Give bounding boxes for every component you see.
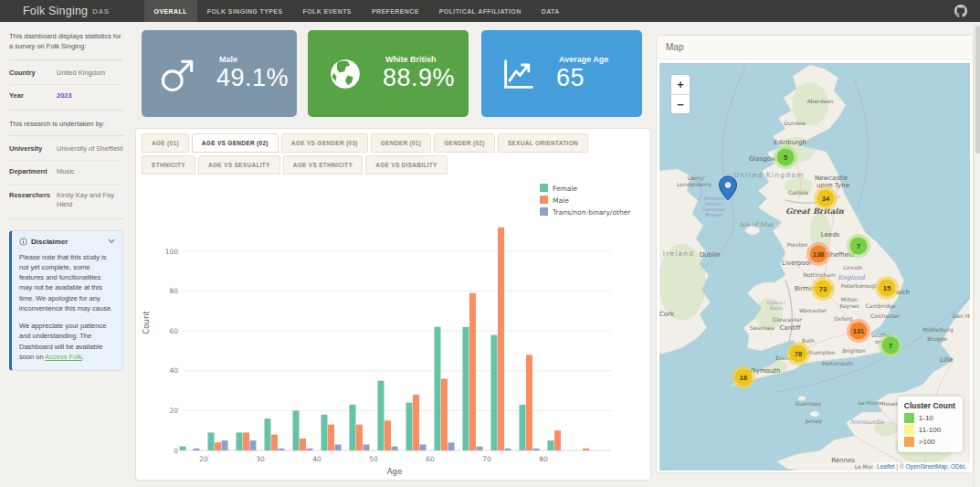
github-icon[interactable] <box>954 5 967 17</box>
svg-text:Male: Male <box>553 196 569 205</box>
map-label-aberdeen: Aberdeen <box>807 98 834 104</box>
scrollbar-thumb[interactable] <box>975 26 980 154</box>
openstreetmap-link[interactable]: OpenStreetMap <box>906 463 948 470</box>
chart-tab-bar: AGE (01)AGE VS GENDER (02)AGE VS GENDER … <box>136 129 629 175</box>
stat-card-label: White British <box>385 55 455 64</box>
map-cluster-15[interactable]: 15 <box>875 276 899 300</box>
zoom-in-button[interactable]: + <box>671 75 690 94</box>
svg-text:7: 7 <box>857 242 860 250</box>
disclaimer-header[interactable]: Disclaimer <box>19 238 115 246</box>
map-label-den-ha: Den Ha <box>953 312 970 319</box>
map-label-dundee: Dundee <box>784 120 806 126</box>
map-title: Map <box>666 42 683 52</box>
map-label-glasgow: Glasgow <box>749 155 776 163</box>
page-scrollbar[interactable] <box>974 22 980 487</box>
map-cluster-138[interactable]: 138 <box>806 242 830 266</box>
nav-tab-preference[interactable]: PREFERENCE <box>362 0 429 22</box>
chart-tab-sexual-orientation[interactable]: SEXUAL ORIENTATION <box>498 133 588 153</box>
nav-tab-folk-singing-types[interactable]: FOLK SINGING TYPES <box>197 0 293 22</box>
map-cluster-131[interactable]: 131 <box>847 319 870 343</box>
info-row-department: DepartmentMusic <box>9 160 123 184</box>
disclaimer-paragraph-2: We appreciate your patience and understa… <box>19 321 115 362</box>
map-label-brugge: Brugge <box>927 335 947 343</box>
svg-text:40: 40 <box>312 455 321 463</box>
chevron-down-icon[interactable] <box>108 238 115 244</box>
svg-text:78: 78 <box>795 350 802 358</box>
svg-text:20: 20 <box>169 407 178 415</box>
legend-label: 11-100 <box>919 426 941 434</box>
map-cluster-7[interactable]: 7 <box>879 333 902 357</box>
sidebar-intro: This dashboard displays statistics for a… <box>9 29 123 60</box>
main-nav-tabs: OVERALLFOLK SINGING TYPESFOLK EVENTSPREF… <box>144 0 570 22</box>
svg-text:131: 131 <box>853 327 865 335</box>
chart-tab-gender-01-[interactable]: GENDER (01) <box>371 133 431 153</box>
info-row-country: CountryUnited Kingdom <box>9 62 123 85</box>
info-value: Music <box>57 167 75 177</box>
svg-text:15: 15 <box>883 284 890 292</box>
map-cluster-5[interactable]: 5 <box>774 145 797 169</box>
map-label-cambridge: Cambridge <box>866 302 896 310</box>
svg-text:50: 50 <box>369 455 378 463</box>
chart-tab-age-01-[interactable]: AGE (01) <box>142 133 189 153</box>
map-label-united-kingdom: United Kingdom <box>734 171 805 179</box>
svg-text:0: 0 <box>174 447 178 455</box>
disclaimer-panel: Disclaimer Please note that this study i… <box>9 230 123 372</box>
map-label-worcester: Worcester <box>799 307 827 313</box>
map-panel: Map AberdeenDundeeEdinburghGlasgowUnited… <box>656 35 974 473</box>
access-folk-link[interactable]: Access Folk <box>45 353 81 361</box>
svg-text:80: 80 <box>539 455 548 463</box>
svg-text:138: 138 <box>813 250 825 259</box>
info-value[interactable]: 2023 <box>57 91 72 101</box>
leaflet-link[interactable]: Leaflet <box>877 463 895 470</box>
map-label-plymouth: Plymouth <box>750 367 780 375</box>
map-canvas[interactable]: AberdeenDundeeEdinburghGlasgowUnited Kin… <box>659 63 970 471</box>
disclaimer-paragraph-1: Please note that this study is not yet c… <box>19 252 115 314</box>
disclaimer-body: Please note that this study is not yet c… <box>19 252 115 363</box>
chart-panel: AGE (01)AGE VS GENDER (02)AGE VS GENDER … <box>135 128 651 481</box>
chart-tab-gender-02-[interactable]: GENDER (02) <box>434 133 494 153</box>
nav-tab-overall[interactable]: OVERALL <box>144 0 197 22</box>
map-label-londonderry: Londonderry <box>677 181 711 188</box>
map-cluster-73[interactable]: 73 <box>811 277 835 301</box>
stat-cards-row: Male49.1%White British88.9%Average Age65 <box>142 30 642 117</box>
cluster-legend-item: >100 <box>904 437 955 447</box>
map-label-normandie: Normandie <box>849 418 884 426</box>
stat-card-male: Male49.1% <box>142 30 297 117</box>
info-icon <box>19 238 27 246</box>
stat-card-white-british: White British88.9% <box>308 30 469 117</box>
map-label-great-britain: Great Britain <box>785 206 844 216</box>
disclaimer-title: Disclaimer <box>31 238 68 246</box>
info-row-university: UniversityUniversity of Sheffield <box>9 138 123 161</box>
stat-card-value: 49.1% <box>216 64 289 92</box>
map-label-keynes: Keynes <box>839 302 859 310</box>
map-label-newcastle: Newcastle <box>815 175 848 182</box>
map-cluster-7[interactable]: 7 <box>847 234 870 258</box>
map-label-edinburgh: Edinburgh <box>774 139 806 146</box>
chart-tab-age-vs-gender-03-[interactable]: AGE VS GENDER (03) <box>281 133 368 153</box>
map-label-guernsey: Guernsey <box>796 400 822 408</box>
zoom-out-button[interactable]: − <box>671 94 690 113</box>
svg-text:Age: Age <box>387 467 402 476</box>
map-cluster-78[interactable]: 78 <box>786 342 810 365</box>
chart-tab-age-vs-disability[interactable]: AGE VS DISABILITY <box>365 155 448 175</box>
svg-text:Female: Female <box>553 185 578 193</box>
svg-text:16: 16 <box>740 374 747 382</box>
research-heading: This research is undertaken by: <box>9 111 123 136</box>
svg-text:34: 34 <box>822 195 830 203</box>
svg-text:20: 20 <box>199 455 208 463</box>
nav-tab-data[interactable]: DATA <box>532 0 570 22</box>
map-cluster-16[interactable]: 16 <box>732 365 755 389</box>
app-brand-suffix: DAS <box>92 7 109 16</box>
chart-tab-age-vs-sexuality[interactable]: AGE VS SEXUALITY <box>198 155 280 175</box>
nav-tab-political-affiliation[interactable]: POLITICAL AFFILIATION <box>429 0 532 22</box>
svg-text:7: 7 <box>889 342 892 350</box>
chart-tab-ethnicity[interactable]: ETHNICITY <box>142 155 195 175</box>
stat-card-label: Average Age <box>559 55 608 64</box>
map-cluster-34[interactable]: 34 <box>814 186 838 210</box>
legend-label: 1-10 <box>919 414 933 422</box>
svg-text:70: 70 <box>482 455 491 463</box>
map-label-england: England <box>838 274 865 281</box>
chart-tab-age-vs-gender-02-[interactable]: AGE VS GENDER (02) <box>192 133 279 153</box>
nav-tab-folk-events[interactable]: FOLK EVENTS <box>292 0 361 22</box>
chart-tab-age-vs-ethnicity[interactable]: AGE VS ETHNICITY <box>283 155 363 175</box>
